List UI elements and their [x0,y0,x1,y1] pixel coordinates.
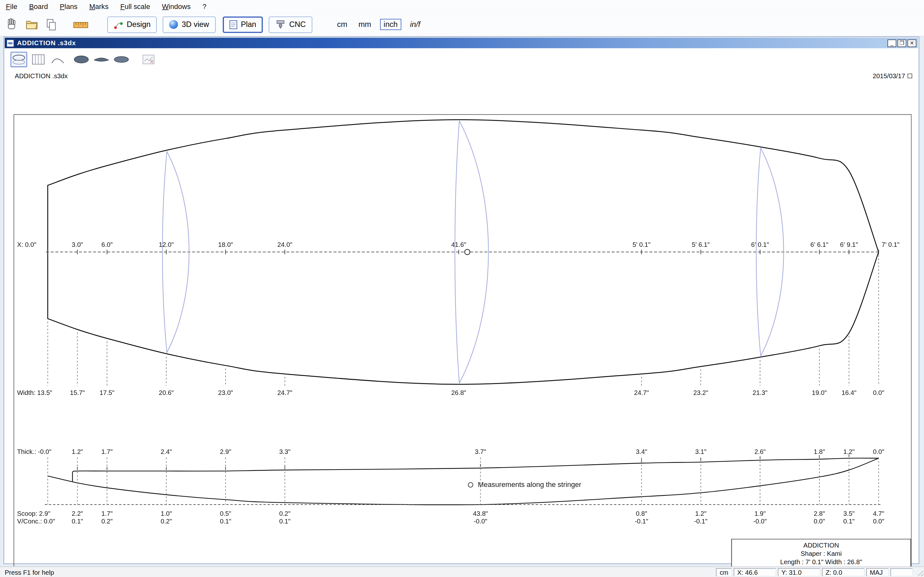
menu-help[interactable]: ? [197,2,212,11]
center-marker [465,250,470,255]
width-measure-label: 24.7" [278,389,292,396]
design-canvas[interactable]: X: 0.0"Width: 13.5"3.0"15.7"6.0"17.5"12.… [13,114,911,577]
stringer-note: Measurements along the stringer [468,480,581,489]
unit-inf[interactable]: in/f [408,19,423,29]
x-measure-label: 5' 6.1" [692,241,710,248]
width-measure-label: 20.6" [159,389,174,396]
width-measure-label: 26.8" [451,389,466,396]
document-title: ADDICTION .s3dx [15,73,68,79]
board-top-view-icon[interactable] [73,52,89,67]
thickness-measure-label: 1.7" [102,448,113,455]
x-measure-label: 6' 0.1" [751,241,769,248]
width-measure-label: 23.2" [693,389,708,396]
width-measure-label: Width: 13.5" [17,389,52,396]
thickness-measure-label: 3.4" [636,448,647,455]
application-window: FileBoardPlansMarksFull scaleWindows? De… [0,0,924,577]
window-title-bar[interactable]: ADDICTION .s3dx _ ❐ ✕ [5,38,918,48]
resize-grip[interactable] [915,568,923,576]
plan-button[interactable]: Plan [223,16,263,33]
menu-marks[interactable]: Marks [83,2,115,11]
scoop-measure-label: 3.5" [843,510,855,517]
stringer-note-label: Measurements along the stringer [478,480,582,489]
cnc-button-label: CNC [289,20,306,29]
scoop-measure-label: 1.0" [161,510,172,517]
status-unit: cm [716,568,732,576]
design-button[interactable]: Design [107,16,157,33]
vconc-measure-label: -0.1" [694,518,708,525]
3d-view-button[interactable]: 3D view [163,16,216,33]
status-x-coordinate: X: 46.6 [734,568,776,576]
cnc-mill-icon [275,19,286,29]
cnc-button[interactable]: CNC [268,16,312,33]
status-help-text: Press F1 for help [5,568,54,575]
unit-cm[interactable]: cm [334,19,350,29]
board-side-view-icon[interactable] [93,52,110,67]
unit-inch[interactable]: inch [380,19,401,30]
pan-hand-icon[interactable] [6,17,18,31]
scoop-measure-label: 43.8" [473,510,488,517]
unit-mm[interactable]: mm [356,19,373,29]
menu-fullscale[interactable]: Full scale [115,2,156,11]
menu-windows[interactable]: Windows [156,2,196,11]
scoop-measure-label: 4.7" [873,510,884,517]
thickness-measure-label: 3.1" [695,448,706,455]
main-toolbar: Design 3D view Plan CNC cm mm inch in/f [0,13,924,36]
vconc-measure-label: 0.1" [220,518,231,525]
menu-file[interactable]: File [0,2,23,11]
status-bar: Press F1 for help cm X: 46.6 Y: 31.0 Z: … [0,566,924,577]
plan-button-label: Plan [241,20,256,29]
slices-view-icon[interactable] [30,52,47,67]
width-measure-label: 15.7" [70,389,85,396]
x-measure-label: 41.6" [451,241,466,248]
status-empty-field [890,568,913,576]
design-curve-icon [113,20,123,29]
document-icon [6,39,14,47]
vconc-measure-label: 0.2" [102,518,113,525]
width-measure-label: 0.0" [873,389,884,396]
curve-view-icon[interactable] [49,52,66,67]
plan-page-icon [229,20,237,29]
scoop-measure-label: 2.8" [814,510,825,517]
x-measure-label: 3.0" [72,241,83,248]
x-measure-label: 18.0" [218,241,233,248]
width-measure-label: 24.7" [634,389,649,396]
minimize-button[interactable]: _ [887,39,897,47]
x-measure-label: 12.0" [159,241,174,248]
x-measure-label: 6' 6.1" [811,241,829,248]
x-measure-label: X: 0.0" [17,241,36,248]
export-chart-icon[interactable] [140,52,157,67]
menu-bar: FileBoardPlansMarksFull scaleWindows? [0,0,924,13]
copy-icon[interactable] [46,19,57,31]
board-bottom-view-icon[interactable] [113,52,129,67]
scoop-measure-label: Scoop: 2.9" [17,510,50,517]
profile-bottom-curve [48,458,879,505]
x-measure-label: 5' 0.1" [633,241,651,248]
vconc-measure-label: 0.2" [161,518,172,525]
info-shaper: Shaper : Kami [732,550,911,558]
scoop-measure-label: 0.5" [220,510,231,517]
outline-view-icon[interactable] [11,52,27,67]
scoop-measure-label: 1.2" [695,510,706,517]
thickness-measure-label: 3.7" [475,448,486,455]
vconc-measure-label: -0.0" [753,518,767,525]
menu-plans[interactable]: Plans [54,2,83,11]
info-board-name: ADDICTION [732,541,911,550]
thickness-measure-label: 1.8" [814,448,825,455]
scoop-measure-label: 1.7" [102,510,113,517]
width-measure-label: 16.4" [842,389,856,396]
status-z-coordinate: Z: 0.0 [822,568,864,576]
width-measure-label: 21.3" [753,389,767,396]
maximize-button[interactable]: ❐ [897,39,906,47]
document-area: ADDICTION .s3dx 2015/03/17 X: 0.0"Width:… [5,71,918,563]
thickness-measure-label: 2.6" [754,448,766,455]
page-border [14,114,911,577]
stringer-marker-icon [468,482,473,487]
document-date: 2015/03/17 [873,73,905,79]
thickness-measure-label: Thick.: -0.0" [17,448,51,455]
close-button[interactable]: ✕ [908,39,917,47]
open-file-icon[interactable] [26,20,38,29]
date-corner-box [908,74,913,79]
vconc-measure-label: 0.1" [279,518,290,525]
menu-board[interactable]: Board [23,2,54,11]
ruler-icon[interactable] [73,19,89,30]
